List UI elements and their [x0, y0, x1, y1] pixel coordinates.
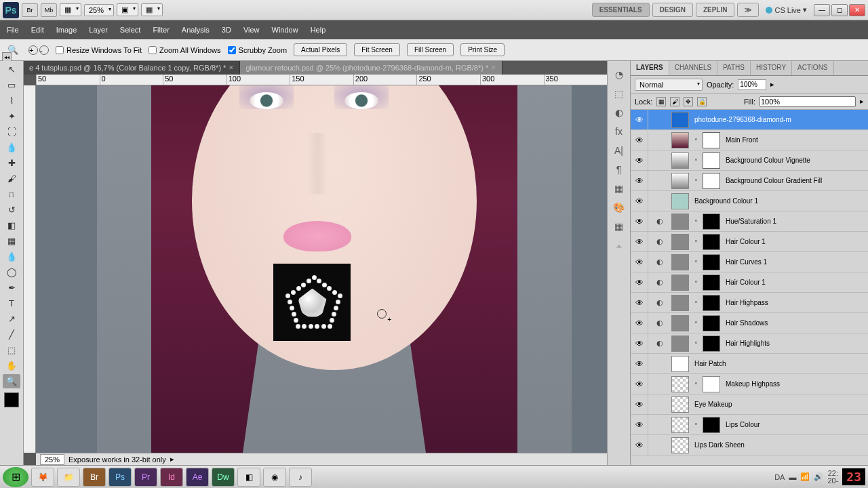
task-photoshop[interactable]: Ps [108, 468, 132, 487]
link-icon[interactable]: ⚬ [692, 234, 700, 250]
dock-swatches-icon[interactable]: ▦ [612, 220, 627, 233]
link-icon[interactable]: ⚬ [692, 376, 700, 392]
fx-icon[interactable]: ◐ [651, 293, 669, 312]
layer-row[interactable]: 👁◐⚬Hair Shadows [631, 313, 868, 333]
menu-layer[interactable]: Layer [89, 26, 108, 34]
crop-tool[interactable]: ⛶ [3, 125, 20, 139]
blend-mode-dropdown[interactable]: Normal [635, 79, 703, 91]
ruler-vertical[interactable] [24, 85, 36, 453]
visibility-icon[interactable]: 👁 [631, 272, 648, 292]
menu-analysis[interactable]: Analysis [182, 26, 210, 34]
task-bridge[interactable]: Br [83, 468, 106, 487]
task-dreamweaver[interactable]: Dw [212, 468, 235, 487]
mask-thumb[interactable] [703, 315, 720, 331]
layer-name[interactable]: Makeup Highpass [723, 380, 864, 388]
layer-thumb[interactable] [671, 356, 689, 372]
tray-volume-icon[interactable]: 🔊 [814, 472, 823, 481]
visibility-icon[interactable]: 👁 [631, 394, 648, 414]
visibility-icon[interactable]: 👁 [631, 415, 648, 434]
visibility-icon[interactable]: 👁 [631, 252, 648, 272]
workspace-zeplin[interactable]: ZEPLIN [696, 3, 735, 17]
shape-tool[interactable]: ╱ [3, 327, 20, 342]
mask-thumb[interactable] [703, 295, 720, 311]
layer-row[interactable]: 👁◐⚬Hair Highpass [631, 293, 868, 313]
minibridge-button[interactable]: Mb [41, 3, 57, 17]
eraser-tool[interactable]: ◧ [3, 218, 20, 232]
pen-tool[interactable]: ✒ [3, 281, 20, 295]
tray-clock[interactable]: 22:20- [827, 470, 838, 485]
dock-color-icon[interactable]: 🎨 [612, 201, 627, 214]
visibility-icon[interactable]: 👁 [631, 435, 648, 455]
mask-thumb[interactable] [703, 214, 720, 230]
layer-row[interactable]: 👁◐⚬Hair Colour 1 [631, 232, 868, 252]
mask-thumb[interactable] [703, 417, 720, 433]
layer-row[interactable]: 👁⚬Background Colour Gradient Fill [631, 171, 868, 191]
mask-thumb[interactable] [703, 152, 720, 169]
lock-all-icon[interactable]: 🔒 [697, 97, 707, 106]
fx-icon[interactable]: ◐ [651, 211, 669, 231]
print-size-button[interactable]: Print Size [460, 43, 505, 56]
visibility-icon[interactable]: 👁 [631, 313, 648, 333]
dock-char-icon[interactable]: A| [612, 144, 627, 157]
tab-close-icon[interactable]: ✕ [491, 64, 496, 71]
visibility-icon[interactable]: 👁 [631, 293, 648, 312]
layer-row[interactable]: 👁⚬Lips Colour [631, 415, 868, 435]
mask-thumb[interactable] [703, 376, 720, 392]
fx-icon[interactable]: ◐ [651, 252, 669, 272]
layer-thumb[interactable] [671, 336, 689, 352]
task-indesign[interactable]: Id [160, 468, 183, 487]
layer-name[interactable]: Hair Curves 1 [723, 258, 864, 266]
link-icon[interactable]: ⚬ [692, 295, 700, 311]
layer-row[interactable]: 👁⚬Background Colour Vignette [631, 150, 868, 171]
actual-pixels-button[interactable]: Actual Pixels [294, 43, 347, 56]
mask-thumb[interactable] [703, 234, 720, 250]
visibility-icon[interactable]: 👁 [631, 150, 648, 170]
layer-thumb[interactable] [671, 112, 689, 128]
eyedropper-tool[interactable]: 💧 [3, 140, 20, 155]
menu-view[interactable]: View [243, 26, 260, 34]
resize-windows-checkbox[interactable]: Resize Windows To Fit [56, 46, 142, 54]
mask-thumb[interactable] [703, 173, 720, 189]
menu-help[interactable]: Help [311, 26, 326, 34]
link-icon[interactable]: ⚬ [692, 274, 700, 291]
layer-name[interactable]: Hair Colour 1 [723, 279, 864, 286]
menu-3d[interactable]: 3D [222, 26, 231, 34]
canvas[interactable] [36, 85, 607, 453]
visibility-icon[interactable]: 👁 [631, 171, 648, 190]
type-tool[interactable]: T [3, 296, 20, 310]
layer-thumb[interactable] [671, 173, 689, 189]
lasso-tool[interactable]: ⌇ [3, 94, 20, 108]
dodge-tool[interactable]: ◯ [3, 265, 20, 279]
layer-thumb[interactable] [671, 437, 689, 453]
blur-tool[interactable]: 💧 [3, 249, 20, 264]
menu-image[interactable]: Image [56, 26, 77, 34]
extras-dropdown[interactable]: ▦ [141, 3, 163, 16]
foreground-color[interactable] [4, 392, 19, 407]
brush-tool[interactable]: 🖌 [3, 171, 20, 186]
task-aftereffects[interactable]: Ae [186, 468, 209, 487]
tray-flag-icon[interactable]: ▬ [789, 473, 796, 481]
heal-tool[interactable]: ✚ [3, 156, 20, 170]
scrubby-zoom-checkbox[interactable]: Scrubby Zoom [228, 46, 288, 54]
link-icon[interactable]: ⚬ [692, 132, 700, 148]
task-app3[interactable]: ♪ [289, 468, 312, 487]
zoom-all-checkbox[interactable]: Zoom All Windows [149, 46, 220, 54]
task-app2[interactable]: ◉ [263, 468, 286, 487]
layer-name[interactable]: Hue/Saturation 1 [723, 218, 864, 225]
stamp-tool[interactable]: ⎍ [3, 187, 20, 201]
fit-screen-button[interactable]: Fit Screen [354, 43, 400, 56]
minimize-button[interactable]: — [814, 4, 830, 16]
move-tool[interactable]: ↖ [3, 62, 20, 77]
visibility-icon[interactable]: 👁 [631, 110, 648, 129]
zoom-percent[interactable]: 25% [40, 454, 64, 465]
mask-thumb[interactable] [703, 336, 720, 352]
visibility-icon[interactable]: 👁 [631, 354, 648, 373]
menu-filter[interactable]: Filter [153, 26, 169, 34]
layer-name[interactable]: Hair Patch [692, 360, 864, 367]
layer-name[interactable]: Background Colour Vignette [723, 157, 864, 164]
layer-name[interactable]: Hair Highlights [723, 340, 864, 347]
workspace-more[interactable]: ≫ [737, 3, 759, 17]
fx-icon[interactable]: ◐ [651, 333, 669, 353]
bridge-button[interactable]: Br [22, 3, 38, 17]
mask-thumb[interactable] [703, 274, 720, 291]
